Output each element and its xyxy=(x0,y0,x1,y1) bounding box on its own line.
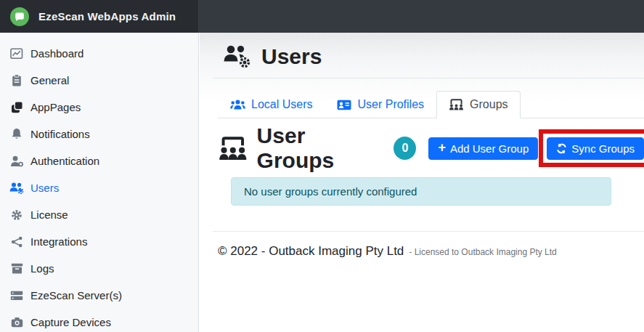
tab-label: User Profiles xyxy=(357,98,424,111)
sidebar-item-label: Integrations xyxy=(30,235,87,248)
count-badge: 0 xyxy=(394,137,416,160)
sidebar-item-general[interactable]: General xyxy=(0,67,198,94)
sidebar-item-label: Dashboard xyxy=(30,47,83,60)
tab-label: Local Users xyxy=(251,98,312,111)
sidebar-item-users[interactable]: Users xyxy=(0,174,198,201)
server-icon xyxy=(9,291,25,301)
license-note-text: - Licensed to Outback Imaging Pty Ltd xyxy=(409,247,556,257)
tab-local-users[interactable]: Local Users xyxy=(218,91,325,118)
screen-users-icon xyxy=(449,99,464,110)
sidebar-item-ezescan-servers[interactable]: EzeScan Server(s) xyxy=(0,282,198,309)
sidebar-item-logs[interactable]: Logs xyxy=(0,255,198,282)
app-pages-icon xyxy=(9,101,25,113)
users-icon xyxy=(230,100,245,110)
sync-groups-button[interactable]: Sync Groups xyxy=(547,137,644,160)
sidebar-item-label: AppPages xyxy=(30,101,81,113)
footer-divider xyxy=(213,231,644,232)
sidebar-item-capture-devices[interactable]: Capture Devices xyxy=(0,309,198,332)
clipboard-icon xyxy=(9,74,25,86)
copyright-text: © 2022 - Outback Imaging Pty Ltd xyxy=(218,244,404,259)
page-title: Users xyxy=(261,44,322,69)
user-groups-header: User Groups 0 + Add User Group Sync Grou… xyxy=(218,124,644,173)
sync-groups-label: Sync Groups xyxy=(571,142,635,155)
sidebar-item-label: General xyxy=(30,74,69,86)
sync-groups-annotated-area: Sync Groups xyxy=(547,137,644,160)
ezescan-logo-icon xyxy=(9,7,30,27)
tab-label: Groups xyxy=(470,98,508,111)
sidebar: Dashboard General AppPages xyxy=(0,33,199,332)
user-groups-icon xyxy=(218,134,248,162)
sidebar-item-label: Notifications xyxy=(30,128,90,140)
sidebar-item-label: Users xyxy=(30,182,59,194)
user-groups-title: User Groups xyxy=(257,124,385,173)
sidebar-item-integrations[interactable]: Integrations xyxy=(0,228,198,255)
brand-title: EzeScan WebApps Admin xyxy=(38,10,176,23)
sidebar-item-apppages[interactable]: AppPages xyxy=(0,94,198,121)
chart-line-icon xyxy=(9,48,25,60)
page-header: Users xyxy=(213,33,644,78)
user-circle-icon xyxy=(9,155,25,167)
add-user-group-button[interactable]: + Add User Group xyxy=(428,137,538,160)
tab-groups[interactable]: Groups xyxy=(436,91,520,118)
users-gear-icon xyxy=(223,45,252,69)
empty-groups-alert: No user groups currently configured xyxy=(231,177,611,206)
app-brand: EzeScan WebApps Admin xyxy=(0,0,199,33)
sidebar-item-label: Logs xyxy=(30,262,54,275)
share-nodes-icon xyxy=(9,236,25,248)
sidebar-item-label: EzeScan Server(s) xyxy=(30,289,122,301)
bell-icon xyxy=(9,128,25,140)
top-navbar: EzeScan WebApps Admin xyxy=(0,0,644,33)
archive-box-icon xyxy=(9,263,25,274)
sidebar-item-notifications[interactable]: Notifications xyxy=(0,121,198,147)
footer: © 2022 - Outback Imaging Pty Ltd - Licen… xyxy=(218,244,644,259)
users-gear-icon xyxy=(9,182,25,194)
tab-user-profiles[interactable]: User Profiles xyxy=(325,91,436,118)
plus-icon: + xyxy=(438,141,446,154)
camera-icon xyxy=(9,317,25,328)
sidebar-item-label: Authentication xyxy=(30,155,99,167)
sidebar-item-authentication[interactable]: Authentication xyxy=(0,147,198,174)
sidebar-item-label: License xyxy=(30,208,68,221)
tab-bar: Local Users User Profiles Groups xyxy=(218,91,644,118)
sidebar-item-dashboard[interactable]: Dashboard xyxy=(0,40,198,67)
sidebar-item-label: Capture Devices xyxy=(30,316,111,328)
sync-icon xyxy=(556,143,567,154)
main-content: Users Local Users User Profiles xyxy=(200,33,644,332)
gear-icon xyxy=(9,209,25,221)
sidebar-item-license[interactable]: License xyxy=(0,201,198,228)
add-user-group-label: Add User Group xyxy=(450,142,529,155)
id-card-icon xyxy=(337,100,351,110)
